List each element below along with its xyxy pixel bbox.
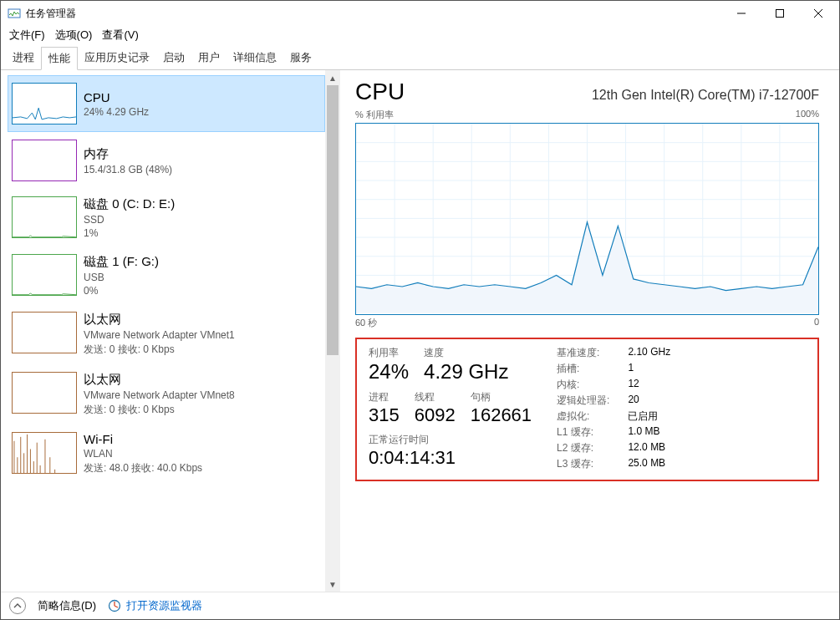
sidebar-item-sub: WLAN	[84, 448, 202, 460]
tab-strip: 进程性能应用历史记录启动用户详细信息服务	[1, 46, 839, 70]
stat-handles: 句柄 162661	[471, 390, 532, 426]
menu-options[interactable]: 选项(O)	[55, 28, 93, 43]
stat-utilization: 利用率 24%	[369, 346, 409, 384]
panel-title: CPU	[355, 79, 405, 105]
menu-file[interactable]: 文件(F)	[9, 28, 45, 43]
sidebar-thumb-mem	[12, 140, 77, 181]
status-bar: 简略信息(D) 打开资源监视器	[1, 592, 839, 619]
spec-value: 已启用	[628, 409, 670, 424]
sidebar-item-net-4[interactable]: 以太网VMware Network Adapter VMnet1发送: 0 接收…	[8, 304, 325, 364]
sidebar-item-sub2: 1%	[84, 227, 175, 239]
stat-speed: 速度 4.29 GHz	[424, 346, 508, 384]
maximize-button[interactable]	[761, 1, 799, 26]
sidebar-thumb-disk	[12, 196, 77, 238]
sidebar-item-sub: 24% 4.29 GHz	[84, 106, 149, 118]
sidebar-item-sub: SSD	[84, 214, 175, 226]
sidebar-item-sub2: 发送: 0 接收: 0 Kbps	[84, 403, 235, 417]
scroll-up-icon[interactable]: ▲	[325, 70, 340, 85]
spec-key: 基准速度:	[557, 346, 609, 360]
sidebar-item-title: 以太网	[84, 312, 235, 328]
expand-up-icon[interactable]	[9, 597, 26, 614]
cpu-panel: CPU 12th Gen Intel(R) Core(TM) i7-12700F…	[340, 70, 839, 592]
tab-2[interactable]: 应用历史记录	[78, 47, 156, 70]
chart-xlabel-left: 60 秒	[355, 317, 377, 329]
sidebar-thumb-wifi	[12, 432, 77, 474]
spec-value: 12	[628, 378, 670, 392]
sidebar-item-title: CPU	[84, 90, 149, 104]
sidebar-item-mem-1[interactable]: 内存15.4/31.8 GB (48%)	[8, 132, 325, 189]
stat-threads: 线程 6092	[415, 390, 456, 426]
chart-xlabel-right: 0	[814, 317, 819, 329]
resource-monitor-icon	[108, 599, 121, 612]
sidebar-thumb-cpu	[12, 83, 77, 125]
spec-key: 逻辑处理器:	[557, 394, 609, 408]
performance-sidebar[interactable]: CPU24% 4.29 GHz内存15.4/31.8 GB (48%)磁盘 0 …	[1, 70, 325, 592]
cpu-usage-chart	[355, 123, 819, 315]
sidebar-scrollbar[interactable]: ▲ ▼	[325, 70, 340, 592]
tab-1[interactable]: 性能	[41, 47, 78, 70]
spec-key: 插槽:	[557, 362, 609, 376]
spec-value: 1.0 MB	[628, 425, 670, 440]
sidebar-item-sub: VMware Network Adapter VMnet1	[84, 329, 235, 341]
sidebar-item-disk-2[interactable]: 磁盘 0 (C: D: E:)SSD1%	[8, 189, 325, 246]
close-button[interactable]	[799, 1, 837, 26]
spec-value: 12.0 MB	[628, 441, 670, 455]
spec-value: 25.0 MB	[628, 457, 670, 471]
scroll-thumb[interactable]	[327, 85, 339, 355]
chart-ymax: 100%	[796, 109, 819, 121]
spec-key: 虚拟化:	[557, 409, 609, 424]
title-bar: 任务管理器	[1, 1, 839, 26]
tab-0[interactable]: 进程	[6, 47, 41, 70]
stat-processes: 进程 315	[369, 390, 400, 426]
sidebar-item-disk-3[interactable]: 磁盘 1 (F: G:)USB0%	[8, 246, 325, 304]
chart-ylabel: % 利用率	[355, 109, 394, 121]
resource-monitor-link[interactable]: 打开资源监视器	[126, 598, 202, 613]
brief-info-link[interactable]: 简略信息(D)	[38, 598, 96, 613]
spec-key: L2 缓存:	[557, 441, 609, 455]
svg-marker-37	[356, 222, 818, 313]
tab-6[interactable]: 服务	[283, 47, 318, 70]
sidebar-item-net-5[interactable]: 以太网VMware Network Adapter VMnet8发送: 0 接收…	[8, 364, 325, 424]
sidebar-item-title: Wi-Fi	[84, 432, 202, 446]
sidebar-item-sub: VMware Network Adapter VMnet8	[84, 389, 235, 401]
sidebar-item-cpu-0[interactable]: CPU24% 4.29 GHz	[8, 75, 325, 132]
sidebar-item-sub2: 发送: 48.0 接收: 40.0 Kbps	[84, 461, 202, 475]
sidebar-item-title: 磁盘 1 (F: G:)	[84, 254, 159, 270]
tab-3[interactable]: 启动	[156, 47, 191, 70]
cpu-spec-table: 基准速度:2.10 GHz插槽:1内核:12逻辑处理器:20虚拟化:已启用L1 …	[557, 346, 670, 471]
spec-value: 20	[628, 394, 670, 408]
sidebar-item-sub: USB	[84, 272, 159, 283]
cpu-model: 12th Gen Intel(R) Core(TM) i7-12700F	[592, 88, 819, 103]
sidebar-thumb-net	[12, 372, 77, 414]
sidebar-item-sub: 15.4/31.8 GB (48%)	[84, 164, 172, 175]
menu-bar: 文件(F) 选项(O) 查看(V)	[1, 26, 839, 46]
spec-key: 内核:	[557, 378, 609, 392]
spec-key: L1 缓存:	[557, 425, 609, 440]
sidebar-item-title: 磁盘 0 (C: D: E:)	[84, 196, 175, 212]
menu-view[interactable]: 查看(V)	[102, 28, 138, 43]
sidebar-item-title: 内存	[84, 146, 172, 162]
sidebar-thumb-disk	[12, 254, 77, 296]
cpu-stats-box: 利用率 24% 速度 4.29 GHz 进程 315 线程 60	[355, 338, 819, 481]
tab-5[interactable]: 详细信息	[227, 47, 283, 70]
svg-rect-2	[776, 10, 784, 18]
spec-value: 2.10 GHz	[628, 346, 670, 360]
stat-uptime: 正常运行时间 0:04:14:31	[369, 433, 532, 469]
scroll-down-icon[interactable]: ▼	[325, 577, 340, 592]
sidebar-thumb-net	[12, 312, 77, 353]
sidebar-item-title: 以太网	[84, 372, 235, 388]
svg-line-40	[115, 606, 118, 607]
window-title: 任务管理器	[26, 7, 76, 21]
app-icon	[8, 7, 21, 20]
tab-4[interactable]: 用户	[191, 47, 227, 70]
minimize-button[interactable]	[722, 1, 761, 26]
spec-value: 1	[628, 362, 670, 376]
sidebar-item-sub2: 发送: 0 接收: 0 Kbps	[84, 343, 235, 357]
sidebar-item-sub2: 0%	[84, 285, 159, 297]
sidebar-item-wifi-6[interactable]: Wi-FiWLAN发送: 48.0 接收: 40.0 Kbps	[8, 424, 325, 483]
spec-key: L3 缓存:	[557, 457, 609, 471]
